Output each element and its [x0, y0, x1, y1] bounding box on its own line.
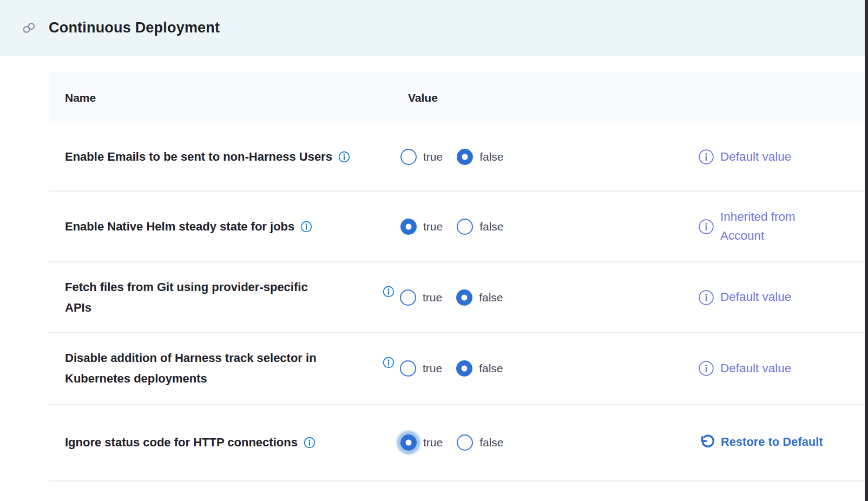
- radio-true[interactable]: [400, 434, 417, 451]
- setting-value-cell: true false: [400, 434, 698, 451]
- radio-true-label[interactable]: true: [423, 150, 443, 163]
- restore-icon[interactable]: [698, 434, 715, 451]
- setting-label: Fetch files from Git using provider-spec…: [65, 280, 308, 314]
- action-label[interactable]: Inherited from Account: [720, 208, 795, 246]
- info-icon[interactable]: [383, 286, 394, 298]
- info-icon[interactable]: [698, 219, 714, 235]
- window-edge: [865, 0, 868, 501]
- setting-name-cell: Disable addition of Harness track select…: [49, 348, 400, 389]
- setting-action-cell: Default value: [698, 288, 864, 307]
- radio-true[interactable]: [400, 149, 417, 165]
- setting-value-cell: true false: [400, 219, 698, 235]
- setting-name-cell: Ignore status code for HTTP connections: [49, 432, 400, 453]
- table-row: Enable Emails to be sent to non-Harness …: [49, 123, 864, 192]
- radio-false[interactable]: [456, 360, 472, 377]
- setting-name-cell: Enable Native Helm steady state for jobs: [49, 216, 400, 237]
- radio-true-label[interactable]: true: [423, 362, 442, 375]
- settings-table: Name Value Enable Emails to be sent to n…: [49, 72, 864, 482]
- radio-true-label[interactable]: true: [423, 220, 443, 233]
- info-icon[interactable]: [698, 360, 714, 377]
- radio-false-label[interactable]: false: [479, 150, 503, 163]
- table-row: Fetch files from Git using provider-spec…: [49, 262, 864, 333]
- radio-false[interactable]: [457, 149, 473, 165]
- radio-false-label[interactable]: false: [479, 220, 503, 233]
- radio-true-label[interactable]: true: [423, 436, 443, 449]
- info-icon[interactable]: [338, 151, 350, 163]
- setting-label: Disable addition of Harness track select…: [65, 351, 317, 385]
- setting-value-cell: true false: [400, 360, 698, 377]
- table-header-row: Name Value: [49, 72, 864, 123]
- radio-option-false[interactable]: false: [456, 289, 503, 306]
- info-icon[interactable]: [698, 149, 714, 165]
- table-row: Enable Native Helm steady state for jobs…: [49, 192, 864, 262]
- table-row: Ignore status code for HTTP connections …: [49, 405, 864, 482]
- setting-action-cell: Default value: [698, 359, 864, 378]
- radio-option-true[interactable]: true: [400, 219, 443, 235]
- table-row: Disable addition of Harness track select…: [49, 333, 864, 405]
- radio-option-false[interactable]: false: [457, 434, 503, 451]
- radio-option-false[interactable]: false: [456, 360, 503, 377]
- link-icon[interactable]: [22, 21, 36, 35]
- radio-false-label[interactable]: false: [479, 436, 503, 449]
- radio-option-false[interactable]: false: [457, 149, 503, 165]
- column-header-value: Value: [400, 91, 698, 104]
- info-icon[interactable]: [383, 357, 394, 368]
- radio-true-label[interactable]: true: [423, 291, 442, 304]
- action-label[interactable]: Default value: [720, 288, 791, 307]
- action-label[interactable]: Default value: [720, 148, 791, 167]
- radio-option-true[interactable]: true: [400, 360, 442, 377]
- radio-true[interactable]: [400, 360, 416, 377]
- radio-option-true[interactable]: true: [400, 149, 443, 165]
- setting-name-cell: Enable Emails to be sent to non-Harness …: [49, 147, 400, 167]
- setting-label: Enable Emails to be sent to non-Harness …: [65, 150, 332, 163]
- setting-name-cell: Fetch files from Git using provider-spec…: [49, 277, 400, 318]
- radio-false-label[interactable]: false: [479, 291, 503, 304]
- setting-label: Ignore status code for HTTP connections: [65, 436, 298, 449]
- radio-true[interactable]: [400, 219, 417, 235]
- radio-false[interactable]: [457, 434, 473, 451]
- radio-option-true[interactable]: true: [400, 434, 443, 451]
- action-label[interactable]: Restore to Default: [721, 433, 823, 451]
- setting-action-cell: Restore to Default: [698, 433, 864, 451]
- radio-option-false[interactable]: false: [457, 219, 503, 235]
- page-title: Continuous Deployment: [49, 19, 220, 36]
- column-header-name: Name: [49, 91, 400, 104]
- setting-value-cell: true false: [400, 289, 698, 306]
- setting-label: Enable Native Helm steady state for jobs: [65, 220, 294, 233]
- action-label[interactable]: Default value: [720, 359, 791, 378]
- section-header: Continuous Deployment: [0, 0, 868, 56]
- radio-false[interactable]: [456, 289, 472, 306]
- radio-false[interactable]: [457, 219, 473, 235]
- info-icon[interactable]: [300, 221, 312, 233]
- table-body: Enable Emails to be sent to non-Harness …: [49, 123, 864, 482]
- info-icon[interactable]: [698, 289, 714, 306]
- setting-action-cell: Default value: [698, 148, 864, 167]
- radio-true[interactable]: [400, 289, 416, 306]
- radio-false-label[interactable]: false: [479, 362, 503, 375]
- setting-action-cell: Inherited from Account: [698, 208, 864, 246]
- info-icon[interactable]: [304, 437, 315, 449]
- radio-option-true[interactable]: true: [400, 289, 442, 306]
- setting-value-cell: true false: [400, 149, 698, 165]
